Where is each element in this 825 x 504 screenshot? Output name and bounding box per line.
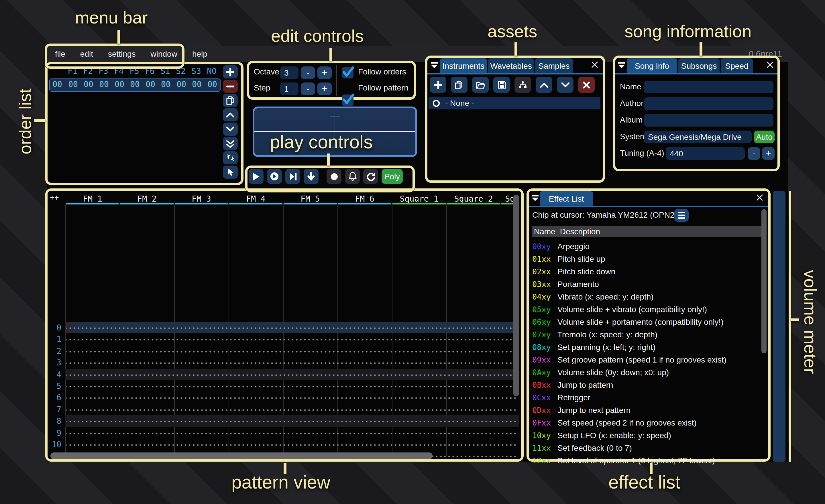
tab-subsongs[interactable]: Subsongs bbox=[678, 59, 720, 73]
auto-button[interactable]: Auto bbox=[754, 131, 774, 143]
effect-row[interactable]: 06xyVolume slide + portamento (compatibi… bbox=[532, 316, 760, 328]
effect-row[interactable]: 02xxPitch slide down bbox=[532, 265, 760, 278]
order-cell[interactable]: 00 bbox=[205, 80, 220, 89]
tuning-plus-button[interactable]: + bbox=[762, 147, 774, 160]
effect-row[interactable]: 08xySet panning (x: left; y: right) bbox=[532, 341, 760, 353]
channel-header-fm-1[interactable]: FM 1 bbox=[65, 194, 120, 203]
repeat-button[interactable] bbox=[363, 169, 378, 184]
order-add-button[interactable] bbox=[223, 65, 238, 78]
effect-row[interactable]: 11xxSet feedback (0 to 7) bbox=[532, 441, 760, 454]
tuning-minus-button[interactable]: - bbox=[748, 147, 760, 160]
order-move-down-button[interactable] bbox=[223, 122, 238, 136]
collapse-icon[interactable] bbox=[618, 61, 626, 69]
collapse-icon[interactable] bbox=[430, 61, 438, 69]
order-row[interactable]: 0000000000000000000000 bbox=[49, 78, 221, 92]
system-dropdown[interactable]: Sega Genesis/Mega Drive bbox=[644, 131, 752, 143]
step-minus-button[interactable]: - bbox=[301, 82, 315, 95]
menu-item-help[interactable]: help bbox=[192, 49, 207, 59]
asset-list-item[interactable]: - None - bbox=[429, 97, 600, 109]
follow-orders-checkbox[interactable] bbox=[342, 67, 354, 78]
effect-list-scrollbar[interactable] bbox=[761, 209, 766, 353]
effect-row[interactable]: 05xyVolume slide + vibrato (compatibilit… bbox=[532, 303, 760, 316]
effect-row[interactable]: 00xyArpeggio bbox=[532, 240, 760, 253]
close-icon[interactable] bbox=[591, 61, 599, 69]
order-cell[interactable]: 00 bbox=[189, 80, 205, 89]
menu-item-file[interactable]: file bbox=[55, 49, 65, 59]
stop-down-button[interactable] bbox=[304, 169, 318, 184]
order-cell[interactable]: 00 bbox=[112, 80, 127, 89]
menu-item-edit[interactable]: edit bbox=[80, 49, 93, 59]
tuning-input[interactable]: 440 bbox=[666, 147, 745, 160]
assets-tree-view-button[interactable] bbox=[515, 77, 531, 93]
hamburger-menu-button[interactable] bbox=[674, 209, 689, 222]
channel-header-square-1[interactable]: Square 1 bbox=[392, 194, 446, 203]
effect-row[interactable]: 0AxyVolume slide (0y: down; x0: up) bbox=[532, 366, 760, 379]
assets-move-down-button[interactable] bbox=[557, 77, 574, 93]
tab-samples[interactable]: Samples bbox=[535, 59, 573, 73]
step-plus-button[interactable]: + bbox=[317, 82, 332, 95]
effect-row[interactable]: 0FxxSet speed (speed 2 if no grooves exi… bbox=[532, 416, 760, 429]
channel-header-fm-3[interactable]: FM 3 bbox=[174, 194, 229, 203]
tab-effect-list[interactable]: Effect List bbox=[540, 191, 593, 205]
effect-row[interactable]: 0BxxJump to pattern bbox=[532, 379, 760, 391]
close-icon[interactable] bbox=[766, 61, 774, 69]
effect-row[interactable]: 0DxxJump to next pattern bbox=[532, 404, 760, 416]
order-cell[interactable]: 00 bbox=[81, 80, 96, 89]
order-cell[interactable]: 00 bbox=[173, 80, 189, 89]
horizontal-scrollbar[interactable] bbox=[51, 452, 433, 459]
effect-row[interactable]: 04xyVibrato (x: speed; y: depth) bbox=[532, 290, 760, 303]
tab-song-info[interactable]: Song Info bbox=[627, 59, 677, 73]
assets-duplicate-button[interactable] bbox=[451, 77, 467, 93]
order-cell[interactable]: 00 bbox=[158, 80, 173, 89]
effect-row[interactable]: 01xxPitch slide up bbox=[532, 253, 760, 265]
tab-wavetables[interactable]: Wavetables bbox=[488, 59, 534, 73]
effect-row[interactable]: 03xxPortamento bbox=[532, 278, 760, 290]
effect-row[interactable]: 10xySetup LFO (x: enable; y: speed) bbox=[532, 429, 760, 441]
order-duplicate-button[interactable] bbox=[223, 94, 238, 107]
effect-row[interactable]: 0CxxRetrigger bbox=[532, 391, 760, 404]
assets-add-button[interactable] bbox=[430, 77, 446, 93]
step-input[interactable]: 1 bbox=[280, 82, 298, 95]
menu-item-settings[interactable]: settings bbox=[108, 49, 136, 59]
assets-save-button[interactable] bbox=[493, 77, 510, 93]
assets-move-up-button[interactable] bbox=[536, 77, 552, 93]
follow-pattern-checkbox[interactable] bbox=[342, 94, 354, 106]
order-move-up-button[interactable] bbox=[223, 108, 238, 121]
channel-header-square-2[interactable]: Square 2 bbox=[446, 194, 501, 203]
order-remove-button[interactable] bbox=[223, 80, 238, 93]
octave-input[interactable]: 3 bbox=[280, 67, 298, 79]
channel-header-fm-4[interactable]: FM 4 bbox=[229, 194, 283, 203]
tab-instruments[interactable]: Instruments bbox=[440, 59, 487, 73]
name-input[interactable] bbox=[644, 81, 773, 93]
order-cell[interactable]: 00 bbox=[127, 80, 143, 89]
play-pattern-button[interactable] bbox=[267, 169, 282, 184]
album-input[interactable] bbox=[644, 114, 773, 127]
order-deep-clone-button[interactable] bbox=[223, 151, 238, 164]
effect-row[interactable]: 12xxSet level of operator 1 (0 highest, … bbox=[532, 454, 760, 467]
collapse-icon[interactable] bbox=[531, 193, 539, 201]
order-cell[interactable]: 00 bbox=[143, 80, 158, 89]
effect-row[interactable]: 07xyTremolo (x: speed; y: depth) bbox=[532, 328, 760, 341]
channel-header-fm-5[interactable]: FM 5 bbox=[283, 194, 338, 203]
order-move-bottom-button[interactable] bbox=[223, 137, 238, 150]
pattern-options-button[interactable]: ++ bbox=[50, 193, 59, 201]
poly-button[interactable]: Poly bbox=[382, 169, 403, 184]
record-button[interactable] bbox=[326, 169, 342, 184]
close-icon[interactable] bbox=[756, 193, 764, 201]
effect-row[interactable]: 09xxSet groove pattern (speed 1 if no gr… bbox=[532, 353, 760, 366]
channel-header-fm-2[interactable]: FM 2 bbox=[120, 194, 174, 203]
assets-open-folder-button[interactable] bbox=[472, 77, 489, 93]
menu-item-window[interactable]: window bbox=[150, 49, 177, 59]
play-button[interactable] bbox=[249, 169, 264, 184]
vertical-scrollbar[interactable] bbox=[513, 195, 519, 396]
order-cell[interactable]: 00 bbox=[65, 80, 81, 89]
metronome-bell-button[interactable] bbox=[345, 169, 360, 184]
step-one-row-button[interactable] bbox=[285, 169, 300, 184]
order-pointer-button[interactable] bbox=[223, 166, 238, 179]
tab-speed[interactable]: Speed bbox=[721, 59, 753, 73]
octave-minus-button[interactable]: - bbox=[301, 67, 315, 79]
author-input[interactable] bbox=[644, 97, 773, 110]
octave-plus-button[interactable]: + bbox=[317, 67, 332, 79]
order-cell[interactable]: 00 bbox=[96, 80, 112, 89]
channel-header-fm-6[interactable]: FM 6 bbox=[338, 194, 392, 203]
